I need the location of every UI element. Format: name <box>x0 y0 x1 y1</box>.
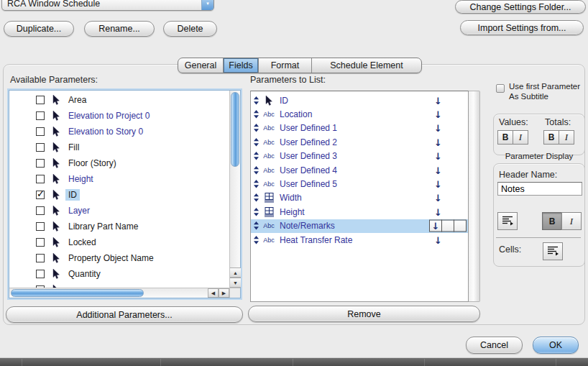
sort-down-arrow-icon[interactable]: ↓ <box>434 193 442 203</box>
list-item[interactable]: Height <box>10 171 229 187</box>
list-item[interactable]: Locked <box>10 234 229 250</box>
list-item[interactable]: Abc User Defined 4 ↓ <box>251 163 468 177</box>
scroll-down-button[interactable]: ▼ <box>230 278 241 288</box>
sort-handle-icon[interactable] <box>254 193 259 202</box>
empty-cell[interactable] <box>454 220 467 232</box>
totals-bold-button[interactable]: B <box>543 130 559 145</box>
list-item[interactable]: Abc User Defined 2 ↓ <box>251 135 468 149</box>
list-item[interactable]: Abc User Defined 3 ↓ <box>251 150 468 163</box>
sort-down-arrow-icon[interactable]: ↓ <box>434 110 442 119</box>
list-item[interactable]: Quantity <box>10 266 229 282</box>
tab-format[interactable]: Format <box>259 58 312 73</box>
list-item[interactable]: Abc User Defined 5 ↓ <box>251 177 468 191</box>
list-item[interactable]: Elevation to Project 0 <box>10 108 229 124</box>
checkbox[interactable] <box>36 143 45 152</box>
list-item[interactable]: Floor (Story) <box>10 155 229 171</box>
cancel-button[interactable]: Cancel <box>466 337 523 354</box>
import-settings-from-button[interactable]: Import Settings from... <box>460 20 584 35</box>
cursor-icon <box>52 111 60 121</box>
duplicate-button[interactable]: Duplicate... <box>4 21 74 37</box>
list-item[interactable]: Elevation to Story 0 <box>10 124 229 139</box>
additional-parameters-button[interactable]: Additional Parameters... <box>6 306 243 323</box>
scroll-right-button[interactable]: ▶ <box>219 288 229 298</box>
sort-direction-cell[interactable]: ↓ <box>429 220 442 232</box>
checkbox[interactable] <box>36 175 45 183</box>
list-item-selected[interactable]: ✓ ID <box>10 187 229 203</box>
checkbox[interactable] <box>36 270 45 278</box>
header-align-button[interactable] <box>497 212 518 230</box>
sort-down-arrow-icon[interactable]: ↓ <box>434 96 442 105</box>
checkbox-checked[interactable]: ✓ <box>36 191 45 199</box>
sort-handle-icon[interactable] <box>254 138 259 147</box>
remove-button[interactable]: Remove <box>248 306 480 322</box>
horizontal-scrollbar-thumb[interactable] <box>11 289 144 297</box>
scroll-up-button[interactable]: ▲ <box>230 267 241 278</box>
values-bold-button[interactable]: B <box>497 130 513 145</box>
dropdown-arrow-icon[interactable]: ▼ <box>201 0 213 10</box>
scroll-left-button[interactable]: ◀ <box>208 288 219 298</box>
right-list-scrollbar-track[interactable] <box>469 91 480 302</box>
checkbox[interactable] <box>36 111 45 120</box>
available-parameters-list[interactable]: Area Elevation to Project 0 Elevation to… <box>9 90 241 298</box>
sort-handle-icon[interactable] <box>254 236 259 244</box>
schedule-select[interactable]: RCA Window Schedule ▼ <box>1 0 214 11</box>
values-italic-button[interactable]: I <box>513 130 528 145</box>
use-first-parameter-checkbox[interactable] <box>496 84 505 93</box>
parameter-label: Floor (Story) <box>68 158 116 168</box>
sort-down-arrow-icon[interactable]: ↓ <box>434 207 442 216</box>
tab-fields[interactable]: Fields <box>224 58 259 73</box>
list-item[interactable]: Height ↓ <box>251 205 468 219</box>
sort-handle-icon[interactable] <box>254 152 259 160</box>
sort-handle-icon[interactable] <box>254 221 259 230</box>
sort-down-arrow-icon[interactable]: ↓ <box>434 235 442 244</box>
vertical-scrollbar[interactable]: ▲ ▼ <box>229 91 240 288</box>
totals-italic-button[interactable]: I <box>559 130 574 145</box>
checkbox[interactable] <box>36 238 45 247</box>
sort-down-arrow-icon[interactable]: ↓ <box>434 165 442 175</box>
sort-down-arrow-icon[interactable]: ↓ <box>434 180 442 189</box>
list-item[interactable]: Fill <box>10 139 229 155</box>
schedule-settings-dialog: RCA Window Schedule ▼ Change Settings Fo… <box>0 0 588 366</box>
list-item[interactable]: ID ↓ <box>251 93 468 107</box>
header-name-input[interactable] <box>497 182 582 196</box>
list-item[interactable]: Property Object Name <box>10 250 229 266</box>
tab-schedule-element[interactable]: Schedule Element <box>312 58 421 73</box>
sort-down-arrow-icon[interactable]: ↓ <box>434 124 442 133</box>
rename-button[interactable]: Rename... <box>84 21 155 37</box>
sort-handle-icon[interactable] <box>254 110 259 119</box>
checkbox[interactable] <box>36 96 45 104</box>
tab-general[interactable]: General <box>178 58 224 73</box>
checkbox[interactable] <box>36 206 45 215</box>
list-item[interactable]: Abc User Defined 1 ↓ <box>251 122 468 135</box>
checkbox[interactable] <box>36 222 45 231</box>
list-item-selected[interactable]: Abc Note/Remarks ↓ <box>251 219 468 233</box>
vertical-scrollbar-thumb[interactable] <box>231 92 239 167</box>
checkbox[interactable] <box>36 127 45 136</box>
sort-down-arrow-icon[interactable]: ↓ <box>434 152 442 161</box>
list-item[interactable]: Abc Heat Transfer Rate ↓ <box>251 233 468 247</box>
sort-down-arrow-icon[interactable]: ↓ <box>434 137 442 147</box>
ok-button[interactable]: OK <box>533 337 579 354</box>
delete-button[interactable]: Delete <box>163 21 217 37</box>
checkbox[interactable] <box>36 159 45 168</box>
divider <box>496 237 581 238</box>
sort-handle-icon[interactable] <box>254 124 259 132</box>
sort-handle-icon[interactable] <box>254 166 259 175</box>
list-item[interactable]: Area <box>10 92 229 108</box>
change-settings-folder-button[interactable]: Change Settings Folder... <box>455 0 586 14</box>
horizontal-scrollbar[interactable]: ◀ ▶ <box>9 288 229 298</box>
parameters-to-list[interactable]: ID ↓ Abc Location ↓ Abc User Defined 1 ↓… <box>250 91 469 302</box>
header-italic-button[interactable]: I <box>561 212 582 230</box>
cells-align-button[interactable] <box>543 242 563 260</box>
list-item-partial[interactable] <box>10 282 229 288</box>
sort-handle-icon[interactable] <box>254 96 259 105</box>
list-item[interactable]: Width ↓ <box>251 191 468 205</box>
list-item[interactable]: Layer <box>10 203 229 219</box>
list-item[interactable]: Library Part Name <box>10 219 229 234</box>
sort-handle-icon[interactable] <box>254 208 259 216</box>
header-bold-button[interactable]: B <box>542 212 562 230</box>
list-item[interactable]: Abc Location ↓ <box>251 107 468 121</box>
empty-cell[interactable] <box>441 220 454 232</box>
checkbox[interactable] <box>36 254 45 262</box>
sort-handle-icon[interactable] <box>254 180 259 188</box>
